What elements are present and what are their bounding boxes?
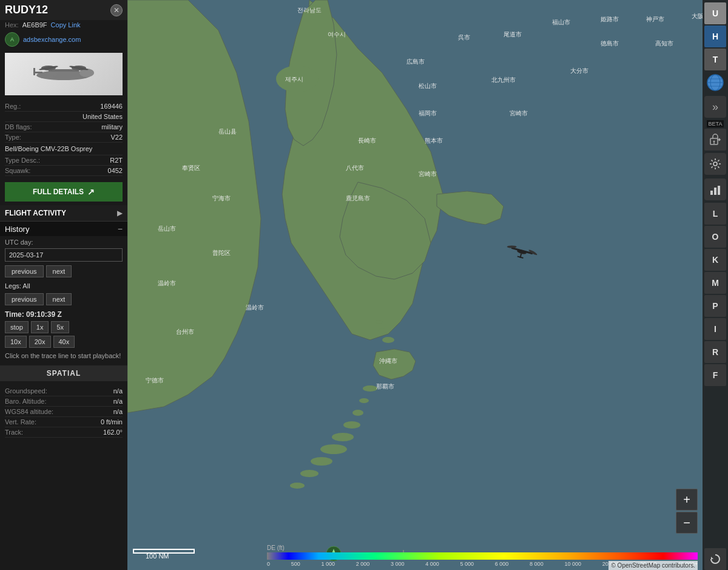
speed-20x-button[interactable]: 20x	[29, 336, 51, 348]
type-desc-value: R2T	[110, 157, 123, 164]
baro-alt-value: n/a	[113, 398, 123, 405]
stats-button[interactable]	[704, 178, 726, 200]
speed-1x-button[interactable]: 1x	[31, 321, 49, 333]
speed-controls-row2: 10x 20x 40x	[0, 334, 127, 349]
map-area[interactable]: 広島市 呉市 尾道市 福山市 姫路市 神戸市 大阪市 徳島市 高知市 松山市 北…	[127, 0, 728, 570]
history-header: History −	[0, 221, 127, 236]
wgs84-label: WGS84 altitude:	[5, 408, 53, 415]
speed-5x-button[interactable]: 5x	[51, 321, 69, 333]
copy-link-button[interactable]: Copy Link	[51, 21, 81, 29]
svg-text:전라남도: 전라남도	[297, 7, 322, 13]
external-link-icon: ↗	[87, 187, 95, 197]
toolbar-h-button[interactable]: H	[704, 25, 726, 47]
alt-label-2000: 2 000	[356, 561, 370, 567]
svg-text:台州市: 台州市	[176, 328, 194, 335]
svg-text:北九州市: 北九州市	[491, 76, 516, 83]
speed-40x-button[interactable]: 40x	[53, 336, 75, 348]
svg-rect-78	[710, 191, 713, 195]
svg-text:温岭市: 温岭市	[158, 280, 176, 287]
toolbar-i-button[interactable]: I	[704, 318, 726, 340]
svg-point-10	[311, 457, 332, 466]
zoom-in-button[interactable]: +	[676, 489, 698, 511]
svg-text:那覇市: 那覇市	[376, 383, 394, 390]
alt-label-5000: 5 000	[460, 561, 474, 567]
alt-label-0: 0	[267, 561, 270, 567]
flight-activity-label: FLIGHT ACTIVITY	[5, 209, 66, 217]
svg-point-9	[320, 444, 347, 454]
type-value: V22	[110, 134, 123, 141]
expand-button[interactable]: »	[704, 96, 726, 118]
panel-header: RUDY12 ✕	[0, 0, 127, 20]
hex-value: AE6B9F	[22, 21, 47, 29]
alt-label-3000: 3 000	[391, 561, 405, 567]
previous-date-button[interactable]: previous	[5, 265, 44, 277]
close-button[interactable]: ✕	[110, 4, 123, 16]
speed-controls-row1: stop 1x 5x	[0, 320, 127, 334]
alt-label-10000: 10 000	[564, 561, 581, 567]
svg-text:岳山市: 岳山市	[158, 225, 176, 232]
toolbar-u-button[interactable]: U	[704, 2, 726, 24]
wgs84-value: n/a	[113, 408, 123, 415]
date-input[interactable]	[5, 248, 123, 262]
altitude-color-bar: DE (ft) 0 500 1 000 2 000 3 000 4 000 5 …	[267, 545, 698, 563]
svg-text:宮崎市: 宮崎市	[510, 110, 528, 117]
info-table: Reg.: 169446 United States DB flags: mil…	[0, 99, 127, 178]
osm-attribution: © OpenStreetMap contributors.	[608, 561, 698, 570]
svg-point-50	[507, 245, 517, 248]
db-flags-label: DB flags:	[5, 123, 32, 131]
zoom-out-button[interactable]: −	[676, 512, 698, 534]
flight-activity-row[interactable]: FLIGHT ACTIVITY ▶	[0, 205, 127, 221]
svg-marker-81	[711, 557, 713, 559]
track-label: Track:	[5, 429, 23, 436]
toolbar-f-button[interactable]: F	[704, 364, 726, 386]
svg-text:沖縄市: 沖縄市	[379, 358, 397, 364]
squawk-value: 0452	[108, 167, 123, 174]
reg-row: Reg.: 169446	[5, 101, 123, 112]
vert-rate-label: Vert. Rate:	[5, 418, 36, 426]
legs-nav-group: previous next	[0, 291, 127, 308]
toolbar-l-button[interactable]: L	[704, 203, 726, 225]
toolbar-m-button[interactable]: M	[704, 272, 726, 294]
playback-hint: Click on the trace line to start playbac…	[0, 349, 127, 363]
svg-text:熊本市: 熊本市	[425, 137, 443, 144]
svg-point-5	[359, 398, 369, 403]
hex-label: Hex:	[5, 21, 19, 29]
spatial-header: SPATIAL	[0, 365, 127, 381]
groundspeed-label: Groundspeed:	[5, 387, 47, 395]
toolbar-t-button[interactable]: T	[704, 49, 726, 70]
svg-text:福山市: 福山市	[552, 19, 570, 25]
time-label: Time: 09:10:39 Z	[0, 308, 127, 320]
wgs84-row: WGS84 altitude: n/a	[5, 407, 123, 417]
toolbar-r-button[interactable]: R	[704, 341, 726, 363]
squawk-row: Squawk: 0452	[5, 166, 123, 176]
toolbar-o-button[interactable]: O	[704, 226, 726, 248]
aircraft-full-name: Bell/Boeing CMV-22B Osprey	[5, 144, 92, 154]
site-name: adsbexchange.com	[23, 36, 81, 43]
speed-10x-button[interactable]: 10x	[5, 336, 27, 348]
type-label: Type:	[5, 134, 21, 141]
groundspeed-value: n/a	[113, 387, 123, 395]
db-flags-row: DB flags: military	[5, 122, 123, 132]
toolbar-k-button[interactable]: K	[704, 249, 726, 271]
map-style-button[interactable]	[704, 72, 726, 93]
stop-button[interactable]: stop	[5, 321, 29, 333]
zoom-controls[interactable]: + −	[676, 489, 698, 534]
collapse-history-button[interactable]: −	[118, 224, 123, 234]
settings-button[interactable]	[704, 153, 726, 175]
date-nav-group: previous next	[0, 263, 127, 280]
vert-rate-row: Vert. Rate: 0 ft/min	[5, 417, 123, 427]
svg-text:鹿児島市: 鹿児島市	[346, 195, 370, 202]
svg-text:여수시: 여수시	[328, 31, 346, 38]
login-button[interactable]	[704, 129, 726, 151]
next-legs-button[interactable]: next	[46, 293, 72, 305]
next-date-button[interactable]: next	[46, 265, 72, 277]
spatial-label: SPATIAL	[47, 369, 81, 378]
toolbar-p-button[interactable]: P	[704, 295, 726, 317]
svg-point-2	[378, 328, 386, 333]
full-details-button[interactable]: FULL DETAILS ↗	[5, 182, 123, 202]
svg-rect-80	[718, 186, 720, 195]
svg-text:尾道市: 尾道市	[504, 31, 522, 38]
refresh-button[interactable]	[704, 548, 726, 570]
previous-legs-button[interactable]: previous	[5, 293, 44, 305]
type-desc-label: Type Desc.:	[5, 157, 40, 164]
